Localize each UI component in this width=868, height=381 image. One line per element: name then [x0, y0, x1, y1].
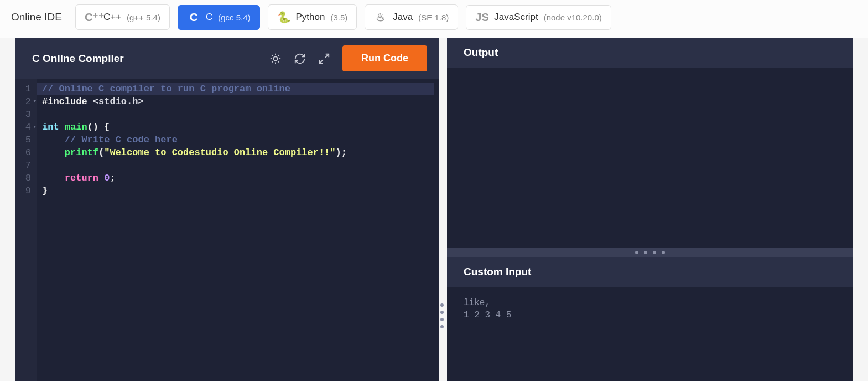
svg-line-9	[325, 54, 329, 57]
line-number: 5	[22, 133, 31, 146]
output-header: Output	[447, 38, 853, 68]
line-number: 6	[22, 146, 31, 159]
lang-tab-javascript[interactable]: JSJavaScript(node v10.20.0)	[466, 5, 611, 30]
lang-version: (g++ 5.4)	[127, 13, 160, 22]
code-line[interactable]	[42, 108, 434, 121]
splitter-dot-icon	[440, 325, 444, 328]
horizontal-splitter[interactable]	[447, 248, 853, 257]
splitter-dot-icon	[440, 303, 444, 307]
lang-version: (gcc 5.4)	[218, 13, 250, 22]
line-number: 1	[22, 83, 31, 95]
run-code-button[interactable]: Run Code	[342, 45, 427, 71]
lang-icon: 🐍	[277, 11, 290, 24]
svg-line-6	[278, 61, 279, 62]
splitter-dot-icon	[662, 251, 665, 254]
line-number: 4	[22, 121, 31, 133]
lang-tab-cpp[interactable]: C⁺⁺C++(g++ 5.4)	[75, 4, 170, 30]
line-number: 2	[22, 95, 31, 108]
splitter-dot-icon	[440, 318, 444, 321]
lang-name: C++	[103, 12, 121, 23]
language-topbar: Online IDE C⁺⁺C++(g++ 5.4)CC(gcc 5.4)🐍Py…	[0, 0, 868, 38]
line-gutter: 123456789	[15, 79, 37, 381]
editor-header: C Online Compiler Run Code	[15, 38, 439, 79]
reset-icon[interactable]	[294, 53, 306, 65]
code-editor[interactable]: 123456789 // Online C compiler to run C …	[15, 79, 439, 381]
lang-version: (SE 1.8)	[418, 13, 449, 22]
fullscreen-icon[interactable]	[318, 53, 330, 65]
code-line[interactable]: // Write C code here	[42, 133, 434, 146]
lang-icon: ♨	[374, 11, 387, 24]
code-lines[interactable]: // Online C compiler to run C program on…	[37, 79, 439, 381]
lang-tab-c[interactable]: CC(gcc 5.4)	[178, 5, 260, 30]
lang-tab-java[interactable]: ♨Java(SE 1.8)	[365, 4, 458, 30]
line-number: 3	[22, 108, 31, 121]
vertical-splitter[interactable]	[439, 38, 447, 381]
code-line[interactable]: // Online C compiler to run C program on…	[37, 83, 434, 95]
output-body[interactable]	[447, 68, 853, 248]
lang-icon: JS	[475, 11, 488, 24]
code-line[interactable]	[42, 159, 434, 172]
line-number: 7	[22, 159, 31, 172]
editor-tools: Run Code	[269, 45, 427, 71]
svg-line-5	[272, 55, 273, 56]
lang-name: Java	[393, 12, 413, 23]
custom-input-header: Custom Input	[447, 257, 853, 287]
editor-title: C Online Compiler	[32, 53, 124, 65]
lang-name: Python	[296, 12, 325, 23]
lang-version: (3.5)	[330, 13, 347, 22]
lang-icon: C⁺⁺	[85, 11, 98, 24]
svg-line-8	[278, 55, 279, 56]
lang-name: C	[206, 12, 212, 23]
code-line[interactable]: printf("Welcome to Codestudio Online Com…	[42, 146, 434, 159]
custom-input-body[interactable]: like, 1 2 3 4 5	[447, 287, 853, 381]
svg-line-7	[272, 61, 273, 62]
splitter-dot-icon	[635, 251, 638, 254]
splitter-dot-icon	[644, 251, 647, 254]
lang-icon: C	[187, 11, 200, 24]
code-line[interactable]: }	[42, 184, 434, 197]
right-pane: Output Custom Input like, 1 2 3 4 5	[447, 38, 853, 381]
code-line[interactable]: return 0;	[42, 172, 434, 184]
workspace: C Online Compiler Run Code	[0, 38, 868, 381]
splitter-dot-icon	[440, 311, 444, 314]
brand-label: Online IDE	[11, 11, 62, 23]
code-line[interactable]: int main() {	[42, 121, 434, 133]
svg-point-0	[273, 56, 277, 60]
splitter-dot-icon	[653, 251, 656, 254]
theme-toggle-icon[interactable]	[269, 53, 282, 65]
svg-line-10	[320, 59, 323, 63]
line-number: 9	[22, 184, 31, 197]
lang-version: (node v10.20.0)	[544, 13, 602, 22]
lang-tab-python[interactable]: 🐍Python(3.5)	[268, 4, 357, 30]
code-line[interactable]: #include <stdio.h>	[42, 95, 434, 108]
line-number: 8	[22, 172, 31, 184]
editor-pane: C Online Compiler Run Code	[15, 38, 439, 381]
lang-name: JavaScript	[494, 12, 538, 23]
